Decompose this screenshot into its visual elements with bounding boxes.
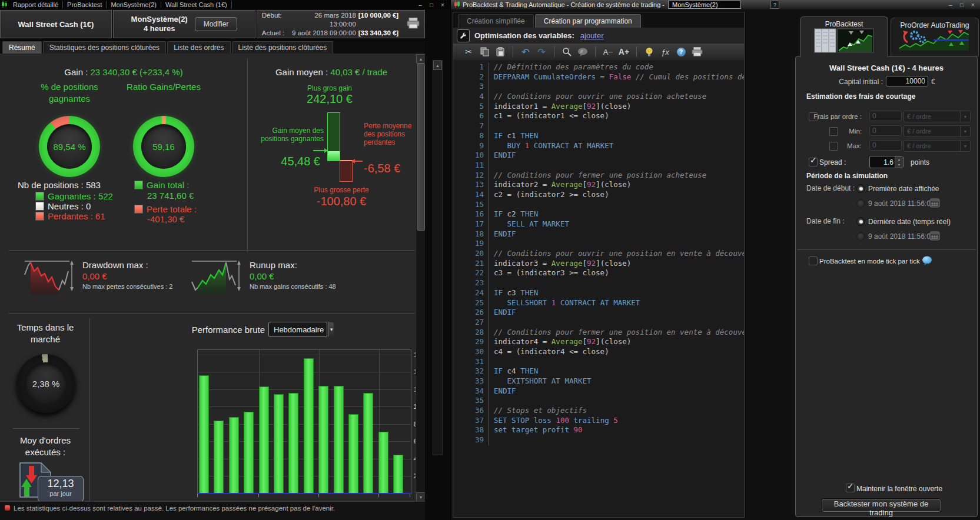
code-line[interactable]: 37SET STOP loss 100 trailing 5 xyxy=(453,416,744,426)
titlebar-item-system[interactable]: MonSystème(2) xyxy=(107,1,161,8)
minimize-button[interactable]: – xyxy=(946,1,955,8)
code-line[interactable]: 31 xyxy=(453,357,744,367)
copy-icon[interactable] xyxy=(479,46,490,58)
titlebar-item-report[interactable]: Rapport détaillé xyxy=(9,1,63,8)
code-line[interactable]: 11 xyxy=(453,161,744,171)
code-line[interactable]: 15 xyxy=(453,200,744,210)
code-line[interactable]: 22c3 = (indicator3 >= close) xyxy=(453,268,744,278)
tab-creation-programmation[interactable]: Création par programmation xyxy=(535,14,641,28)
code-line[interactable]: 19 xyxy=(453,239,744,249)
wrench-icon[interactable] xyxy=(457,29,470,42)
minimize-button[interactable]: – xyxy=(416,1,425,8)
tab-liste-ordres[interactable]: Liste des ordres xyxy=(167,41,230,54)
code-line[interactable]: 3 xyxy=(453,82,744,92)
tab-resume[interactable]: Résumé xyxy=(2,41,42,54)
code-line[interactable]: 2DEFPARAM CumulateOrders = False // Cumu… xyxy=(453,72,744,82)
calendar-icon[interactable] xyxy=(929,198,940,210)
code-line[interactable]: 33 EXITSHORT AT MARKET xyxy=(453,376,744,386)
code-line[interactable]: 27 xyxy=(453,318,744,328)
fee-unit-select[interactable]: € / ordre ▼ xyxy=(903,111,971,122)
help-doc-icon[interactable]: ? xyxy=(770,1,779,9)
tab-proorder[interactable]: ProOrder AutoTrading xyxy=(891,18,979,56)
start-first-date-radio[interactable] xyxy=(856,184,865,193)
scroll-up-button[interactable]: ▲ xyxy=(416,54,426,64)
code-line[interactable]: 10ENDIF xyxy=(453,151,744,161)
tab-statistiques[interactable]: Statistiques des positions clôturées xyxy=(43,41,166,54)
capital-input[interactable] xyxy=(886,76,928,86)
backtest-button[interactable]: Backtester mon système de trading xyxy=(821,498,941,512)
code-line[interactable]: 1// Définition des paramètres du code xyxy=(453,62,744,72)
search-icon[interactable] xyxy=(561,46,573,58)
printer-icon[interactable] xyxy=(691,46,703,58)
code-line[interactable]: 7 xyxy=(453,121,744,131)
speech-bubble-icon[interactable] xyxy=(922,256,932,268)
modify-button[interactable]: Modifier xyxy=(195,17,238,31)
close-button[interactable]: × xyxy=(438,1,447,8)
code-line[interactable]: 24IF c3 THEN xyxy=(453,288,744,298)
code-line[interactable]: 23 xyxy=(453,278,744,288)
up-arrow-icon[interactable]: ▲ xyxy=(895,156,903,162)
font-larger-icon[interactable]: A+ xyxy=(618,46,630,58)
lightbulb-icon[interactable] xyxy=(643,46,655,58)
code-line[interactable]: 5indicator1 = Average[92](close) xyxy=(453,102,744,112)
scrollbar-thumb[interactable] xyxy=(417,64,425,231)
paste-icon[interactable] xyxy=(494,46,506,58)
code-line[interactable]: 17 SELL AT MARKET xyxy=(453,219,744,229)
maximize-button[interactable]: □ xyxy=(427,1,436,8)
fee-max-unit-select[interactable]: € / ordre ▼ xyxy=(903,140,971,152)
code-line[interactable]: 36// Stops et objectifs xyxy=(453,406,744,416)
maximize-button[interactable]: □ xyxy=(957,1,966,8)
scroll-up-button[interactable]: ▲ xyxy=(433,61,442,70)
code-line[interactable]: 38set target profit 90 xyxy=(453,425,744,435)
code-line[interactable]: 14c2 = (indicator2 >= close) xyxy=(453,190,744,200)
close-button[interactable]: × xyxy=(968,1,978,8)
code-line[interactable]: 28// Conditions pour fermer une position… xyxy=(453,328,744,338)
redo-icon[interactable]: ↷ xyxy=(536,46,547,58)
report-titlebar[interactable]: Rapport détaillé ProBacktest MonSystème(… xyxy=(0,0,450,9)
code-line[interactable]: 12// Conditions pour fermer une position… xyxy=(453,171,744,181)
end-last-date-radio[interactable] xyxy=(856,217,865,226)
fee-max-input[interactable] xyxy=(869,140,902,151)
tab-creation-simplifiee[interactable]: Création simplifiée xyxy=(458,14,534,28)
tick-mode-checkbox[interactable] xyxy=(809,256,818,265)
code-line[interactable]: 18ENDIF xyxy=(453,229,744,239)
scroll-down-button[interactable]: ▼ xyxy=(416,492,426,502)
tab-probacktest[interactable]: ProBacktest xyxy=(800,16,888,57)
code-line[interactable]: 4// Conditions pour ouvrir une position … xyxy=(453,92,744,102)
code-line[interactable]: 13indicator2 = Average[92](close) xyxy=(453,180,744,190)
tab-liste-positions[interactable]: Liste des positions clôturées xyxy=(232,41,334,54)
start-custom-date-radio[interactable] xyxy=(856,199,865,208)
code-line[interactable]: 34ENDIF xyxy=(453,386,744,396)
code-line[interactable]: 25 SELLSHORT 1 CONTRACT AT MARKET xyxy=(453,298,744,308)
calendar-icon[interactable] xyxy=(929,231,940,243)
fee-min-input[interactable] xyxy=(869,125,902,136)
function-icon[interactable]: ƒx xyxy=(659,46,671,58)
spread-spinner[interactable]: ▲ ▼ xyxy=(895,156,903,168)
code-editor[interactable]: 1// Définition des paramètres du code2DE… xyxy=(453,60,744,517)
performance-period-dropdown[interactable]: Hebdomadaire ▼ xyxy=(268,322,327,337)
cut-icon[interactable]: ✂ xyxy=(463,46,474,58)
code-line[interactable]: 6c1 = (indicator1 <= close) xyxy=(453,111,744,121)
fee-input[interactable] xyxy=(869,111,902,121)
end-custom-date-radio[interactable] xyxy=(856,232,865,241)
printer-icon[interactable] xyxy=(407,18,420,31)
code-line[interactable]: 21indicator3 = Average[92](close) xyxy=(453,259,744,269)
down-arrow-icon[interactable]: ▼ xyxy=(895,162,903,168)
help-icon[interactable]: ? xyxy=(675,46,687,58)
code-line[interactable]: 20// Conditions pour ouvrir une position… xyxy=(453,249,744,259)
titlebar-item-instrument[interactable]: Wall Street Cash (1€) xyxy=(161,1,232,8)
code-line[interactable]: 39 xyxy=(453,435,744,445)
comment-icon[interactable]: // xyxy=(577,46,589,58)
code-line[interactable]: 35 xyxy=(453,396,744,406)
code-line[interactable]: 30c4 = (indicator4 <= close) xyxy=(453,347,744,357)
code-line[interactable]: 16IF c2 THEN xyxy=(453,209,744,219)
undo-icon[interactable]: ↶ xyxy=(520,46,531,58)
editor-titlebar[interactable]: ProBacktest & Trading Automatique - Créa… xyxy=(451,0,980,9)
code-line[interactable]: 32IF c4 THEN xyxy=(453,366,744,376)
spread-checkbox[interactable]: ✓ xyxy=(809,158,818,166)
fee-min-unit-select[interactable]: € / ordre ▼ xyxy=(903,125,971,137)
code-line[interactable]: 8IF c1 THEN xyxy=(453,131,744,141)
spread-input[interactable] xyxy=(870,156,895,168)
code-line[interactable]: 9 BUY 1 CONTRACT AT MARKET xyxy=(453,141,744,151)
font-smaller-icon[interactable]: A− xyxy=(602,46,614,58)
